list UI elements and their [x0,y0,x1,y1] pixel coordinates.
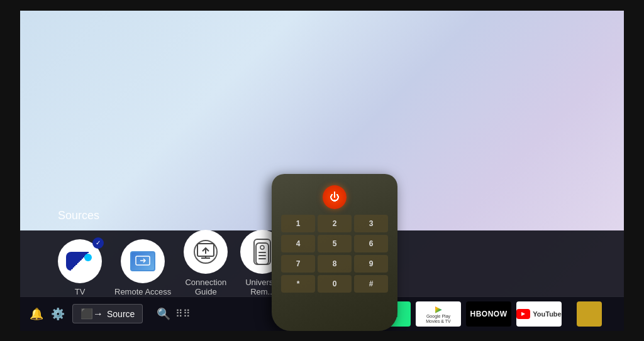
remote-access-icon [130,251,155,271]
app-extra[interactable] [564,300,614,328]
connection-guide-icon-circle [184,230,228,274]
svg-point-7 [260,246,264,249]
remote-access-label: Remote Access [114,287,171,296]
apps-grid-icon: ⠿⠿ [175,308,191,320]
extra-app-icon [577,301,602,327]
sources-heading: Sources [58,209,624,222]
tv-frame: Sources ✓ TV [0,0,644,341]
universal-remote-label: Universal Rem... [245,278,279,296]
connection-guide-label: Connection Guide [185,278,226,296]
remote-access-icon-circle [121,239,165,283]
google-play-logo: ▶ Google PlayMovies & TV [416,301,461,327]
hbo-logo: HBONOW [466,301,511,327]
checkmark-badge: ✓ [92,237,104,249]
tv-screen: Sources ✓ TV [20,11,624,331]
app-samsung-tvplus[interactable]: SAMSUNGTV Plus [313,300,363,328]
remote-access-svg [135,256,150,267]
source-item-tv[interactable]: ✓ TV [58,239,102,296]
hulu-logo: hulu [365,301,411,327]
app-hbo-now[interactable]: HBONOW [464,300,514,328]
taskbar: 🔔 ⚙️ ⬛→ Source 🔍 ⠿⠿ SAMSUNG [20,296,624,331]
svg-rect-9 [258,255,266,256]
source-item-universal-remote[interactable]: Universal Rem... [240,230,284,296]
app-google-play[interactable]: ▶ Google PlayMovies & TV [413,300,464,328]
notification-icon[interactable]: 🔔 [30,307,43,321]
svg-rect-8 [258,252,266,253]
app-youtube[interactable]: ▶ YouTube [514,300,564,328]
settings-icon[interactable]: ⚙️ [51,307,65,321]
app-hulu[interactable]: hulu [363,300,413,328]
universal-remote-icon [253,239,271,265]
universal-remote-icon-circle [240,230,284,274]
hbo-label: HBONOW [470,310,508,318]
samsung-tvplus-logo [66,252,94,271]
taskbar-left: 🔔 ⚙️ ⬛→ Source 🔍 ⠿⠿ [30,304,191,323]
source-item-connection-guide[interactable]: Connection Guide [184,230,228,296]
universal-remote-svg [255,242,269,265]
taskbar-apps: SAMSUNGTV Plus hulu ▶ Google PlayMovie [191,300,614,328]
youtube-play-icon: ▶ [516,309,530,319]
source-item-remote-access[interactable]: Remote Access [114,239,171,296]
source-button-label: Source [107,309,135,319]
youtube-logo: ▶ YouTube [516,301,562,327]
connection-guide-icon [194,240,218,264]
youtube-label: YouTube [533,310,561,318]
tv-source-label: TV [75,287,86,296]
sources-section: Sources ✓ TV [58,209,624,296]
search-icon: 🔍 [157,307,170,321]
hulu-label: hulu [379,308,397,319]
sources-items-list: ✓ TV [58,230,624,296]
svg-rect-6 [256,243,269,264]
source-button[interactable]: ⬛→ Source [72,304,143,323]
tv-icon-circle: ✓ [58,239,102,283]
google-play-icon: ▶ [435,304,442,314]
source-arrow-icon: ⬛→ [80,308,103,320]
google-play-label: Google PlayMovies & TV [426,314,451,323]
taskbar-search[interactable]: 🔍 ⠿⠿ [157,307,191,321]
connection-guide-svg [196,242,215,261]
bottom-panel: Sources ✓ TV [20,230,624,331]
svg-rect-10 [258,258,266,259]
